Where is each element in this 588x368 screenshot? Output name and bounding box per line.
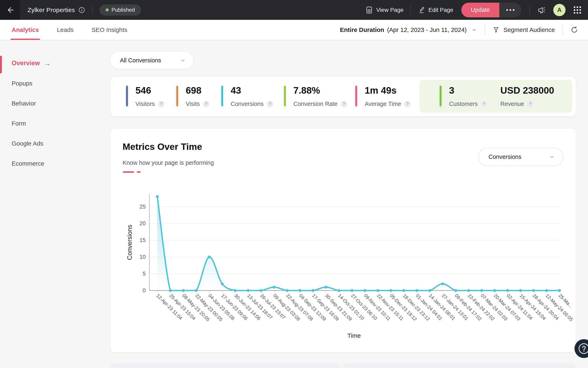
sidebar-item-form[interactable]: Form [12, 120, 103, 127]
data-point[interactable] [169, 289, 172, 292]
data-point[interactable] [545, 289, 548, 292]
data-point[interactable] [247, 289, 250, 292]
sidebar-item-overview[interactable]: Overview→ [12, 59, 103, 67]
metric-value: 3 [449, 86, 487, 95]
metric-value: 7.88% [293, 86, 347, 95]
update-more-button[interactable] [499, 3, 521, 17]
ellipsis-icon [509, 9, 511, 11]
y-tick-label: 10 [140, 254, 146, 260]
metric-label: Customers [449, 101, 478, 107]
help-tooltip-icon[interactable]: ? [481, 101, 487, 107]
data-point[interactable] [519, 289, 522, 292]
update-button[interactable]: Update [461, 3, 499, 17]
segment-audience-button[interactable]: Segment Audience [492, 26, 555, 34]
metric-color-bar [176, 86, 178, 106]
all-conversions-dropdown[interactable]: All Conversions [111, 52, 193, 69]
filter-funnel-icon [492, 26, 500, 34]
back-button[interactable] [0, 0, 20, 20]
data-point[interactable] [364, 289, 366, 292]
data-point[interactable] [454, 289, 457, 292]
duration-label: Entire Duration [340, 26, 384, 33]
help-tooltip-icon[interactable]: ? [341, 101, 347, 107]
title-accent-dash [123, 171, 134, 173]
topbar-divider [530, 6, 530, 15]
tab-leads[interactable]: Leads [57, 20, 73, 40]
metric-color-bar [355, 86, 357, 106]
help-tooltip-icon[interactable]: ? [203, 101, 209, 107]
y-tick-label: 15 [140, 237, 146, 243]
edit-page-label: Edit Page [428, 7, 453, 13]
chevron-down-icon [549, 154, 555, 160]
data-point[interactable] [415, 289, 418, 292]
metric-value: 1m 49s [365, 86, 411, 95]
status-label: Published [112, 7, 135, 13]
data-point[interactable] [156, 195, 159, 198]
chart-metric-dropdown[interactable]: Conversions [478, 147, 563, 166]
data-point[interactable] [260, 289, 263, 292]
view-page-icon [365, 6, 373, 14]
help-tooltip-icon[interactable]: ? [527, 101, 534, 107]
data-point[interactable] [338, 289, 340, 292]
chart-title: Metrics Over Time [123, 141, 202, 152]
sidebar-item-label: Popups [12, 80, 33, 87]
data-point[interactable] [389, 289, 392, 292]
metric-value: 546 [135, 86, 164, 95]
segment-audience-label: Segment Audience [503, 26, 555, 33]
header-divider [485, 25, 485, 35]
data-point[interactable] [506, 289, 509, 292]
tab-analytics[interactable]: Analytics [12, 20, 39, 40]
data-point[interactable] [299, 289, 302, 292]
announcement-icon[interactable] [537, 5, 546, 15]
y-tick-label: 0 [143, 287, 146, 294]
help-tooltip-icon[interactable]: ? [404, 101, 411, 107]
data-point[interactable] [195, 289, 198, 292]
data-point[interactable] [208, 256, 211, 258]
data-point[interactable] [402, 289, 405, 292]
sidebar-item-popups[interactable]: Popups [12, 80, 103, 87]
sidebar-item-label: Behavior [12, 100, 36, 107]
help-button[interactable] [575, 339, 588, 358]
y-axis-title: Conversions [126, 225, 133, 260]
y-tick-label: 25 [140, 204, 146, 210]
data-point[interactable] [325, 286, 328, 289]
help-tooltip-icon[interactable]: ? [267, 101, 273, 107]
data-point[interactable] [376, 289, 379, 292]
duration-dropdown[interactable]: Entire Duration (Apr 12, 2023 - Jun 11, … [340, 26, 477, 33]
apps-grid-icon[interactable] [572, 5, 582, 15]
title-accent-dash [137, 171, 141, 173]
data-point[interactable] [351, 289, 353, 292]
metric-color-bar [440, 86, 442, 106]
y-tick-label: 5 [143, 271, 146, 277]
back-arrow-icon [6, 6, 14, 14]
status-badge: Published [99, 4, 141, 16]
help-tooltip-icon[interactable]: ? [158, 101, 164, 107]
sidebar-item-google-ads[interactable]: Google Ads [12, 140, 103, 147]
info-icon[interactable] [78, 7, 85, 13]
metric-color-bar [221, 86, 223, 106]
analytics-sidebar: Overview→PopupsBehaviorFormGoogle AdsEco… [0, 40, 103, 368]
sidebar-item-ecommerce[interactable]: Ecommerce [12, 160, 103, 167]
question-mark-icon [578, 342, 588, 355]
data-point[interactable] [493, 289, 496, 292]
refresh-icon[interactable] [570, 26, 579, 34]
data-point[interactable] [182, 289, 185, 292]
y-tick-label: 20 [140, 221, 146, 227]
data-point[interactable] [532, 289, 535, 292]
data-point[interactable] [221, 282, 224, 285]
data-point[interactable] [312, 289, 314, 292]
data-point[interactable] [467, 289, 470, 292]
avatar[interactable]: A [553, 4, 566, 16]
next-section-card [111, 363, 340, 368]
data-point[interactable] [286, 289, 288, 292]
view-page-button[interactable]: View Page [365, 6, 403, 14]
edit-page-button[interactable]: Edit Page [418, 6, 453, 14]
data-point[interactable] [441, 282, 444, 285]
tab-seo-insights[interactable]: SEO Insights [91, 20, 127, 40]
data-point[interactable] [234, 289, 237, 292]
data-point[interactable] [558, 289, 561, 292]
data-point[interactable] [428, 289, 431, 292]
sidebar-item-behavior[interactable]: Behavior [12, 100, 103, 107]
data-point[interactable] [480, 289, 483, 292]
data-point[interactable] [273, 286, 276, 289]
metric-label: Average Time [365, 101, 401, 107]
